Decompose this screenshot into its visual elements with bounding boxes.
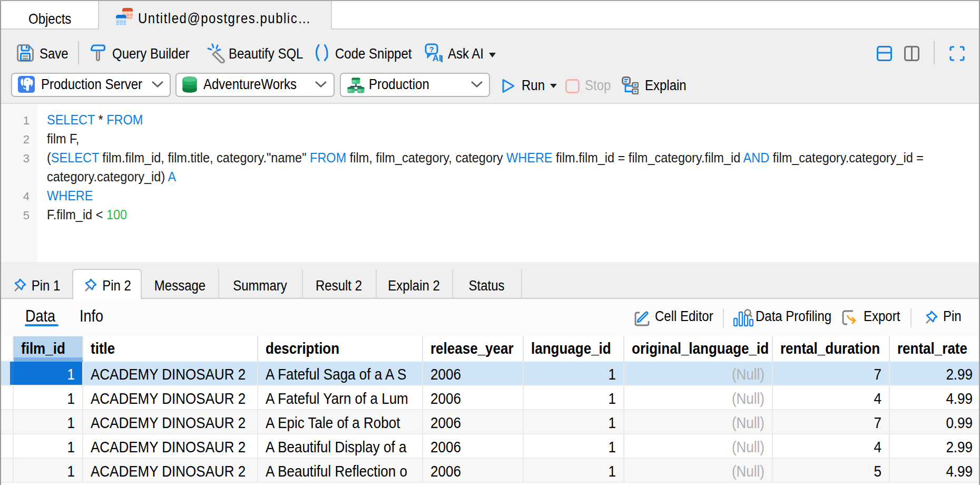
svg-text:AI: AI bbox=[433, 53, 442, 63]
svg-text:?: ? bbox=[429, 45, 434, 54]
